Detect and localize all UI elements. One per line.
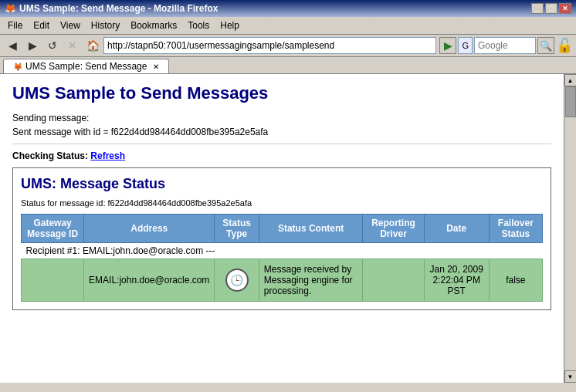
search-button[interactable]: 🔍: [537, 37, 554, 54]
menu-file[interactable]: File: [3, 19, 27, 32]
sending-label: Sending message:: [12, 113, 551, 123]
menu-edit[interactable]: Edit: [29, 19, 54, 32]
col-reporting-driver: Reporting Driver: [363, 215, 424, 243]
page-title: UMS Sample to Send Messages: [12, 83, 551, 103]
address-input[interactable]: [103, 37, 436, 54]
cell-status-content: Message received by Messaging engine for…: [259, 259, 362, 302]
cell-gateway-msg-id: [22, 259, 84, 302]
home-button[interactable]: 🏠: [83, 36, 102, 55]
col-failover-status: Failover Status: [489, 215, 542, 243]
search-input[interactable]: [474, 37, 536, 54]
col-status-content: Status Content: [259, 215, 362, 243]
cell-status-type: 🕒: [215, 259, 259, 302]
menu-bar: File Edit View History Bookmarks Tools H…: [0, 17, 576, 35]
toolbar: ◀ ▶ ↺ ✕ 🏠 ▶ G 🔍 🔓: [0, 35, 576, 57]
tab-label: UMS Sample: Send Message: [25, 61, 147, 72]
cell-address: EMAIL:john.doe@oracle.com: [84, 259, 215, 302]
menu-view[interactable]: View: [56, 19, 85, 32]
col-date: Date: [424, 215, 489, 243]
status-box-title: UMS: Message Status: [21, 176, 543, 192]
reload-button[interactable]: ↺: [43, 36, 62, 55]
scrollbar: ▲ ▼: [564, 74, 576, 383]
cell-failover-status: false: [489, 259, 542, 302]
menu-tools[interactable]: Tools: [183, 19, 214, 32]
scroll-up-button[interactable]: ▲: [564, 74, 577, 86]
security-icon: 🔓: [556, 37, 573, 54]
window-controls: _ □ ✕: [531, 3, 571, 14]
table-row: EMAIL:john.doe@oracle.com 🕒 Message rece…: [22, 259, 543, 302]
menu-bookmarks[interactable]: Bookmarks: [126, 19, 181, 32]
status-box: UMS: Message Status Status for message i…: [12, 167, 551, 310]
browser-favicon: 🦊: [5, 3, 16, 14]
tab-bar: 🦊 UMS Sample: Send Message ✕: [0, 57, 576, 74]
back-button[interactable]: ◀: [3, 36, 22, 55]
browser-content: UMS Sample to Send Messages Sending mess…: [0, 74, 564, 383]
menu-history[interactable]: History: [86, 19, 124, 32]
address-bar: ▶: [103, 37, 456, 54]
col-status-type: Status Type: [215, 215, 259, 243]
content-wrapper: UMS Sample to Send Messages Sending mess…: [0, 74, 576, 383]
cell-date: Jan 20, 2009 2:22:04 PM PST: [424, 259, 489, 302]
checking-status: Checking Status: Refresh: [12, 144, 551, 161]
status-table: Gateway Message ID Address Status Type S…: [21, 214, 543, 302]
sent-message: Sent message with id = f622d4dd984464dd0…: [12, 127, 551, 137]
menu-help[interactable]: Help: [215, 19, 244, 32]
refresh-link[interactable]: Refresh: [90, 150, 125, 161]
minimize-button[interactable]: _: [531, 3, 544, 14]
forward-button[interactable]: ▶: [23, 36, 42, 55]
recipient-row: Recipient #1: EMAIL:john.doe@oracle.com …: [22, 243, 543, 259]
status-for: Status for message id: f622d4dd984464dd0…: [21, 198, 543, 208]
tab-favicon: 🦊: [13, 63, 22, 71]
close-button[interactable]: ✕: [559, 3, 571, 14]
scroll-thumb[interactable]: [565, 86, 576, 117]
checking-label: Checking Status:: [12, 150, 88, 161]
maximize-button[interactable]: □: [545, 3, 557, 14]
window-title: UMS Sample: Send Message - Mozilla Firef…: [19, 3, 218, 14]
recipient-label: Recipient #1: EMAIL:john.doe@oracle.com …: [22, 243, 543, 259]
tab-ums-sample[interactable]: 🦊 UMS Sample: Send Message ✕: [3, 59, 169, 73]
clock-icon: 🕒: [225, 269, 249, 292]
cell-reporting-driver: [363, 259, 424, 302]
col-gateway-msg-id: Gateway Message ID: [22, 215, 84, 243]
col-address: Address: [84, 215, 215, 243]
search-area: G 🔍: [458, 37, 554, 54]
tab-close-icon[interactable]: ✕: [153, 63, 159, 71]
scroll-track[interactable]: [564, 86, 576, 370]
stop-button[interactable]: ✕: [63, 36, 82, 55]
search-engine-label: G: [458, 37, 473, 54]
go-button[interactable]: ▶: [439, 37, 456, 54]
scroll-down-button[interactable]: ▼: [564, 370, 577, 383]
window-title-bar: 🦊 UMS Sample: Send Message - Mozilla Fir…: [0, 0, 576, 17]
